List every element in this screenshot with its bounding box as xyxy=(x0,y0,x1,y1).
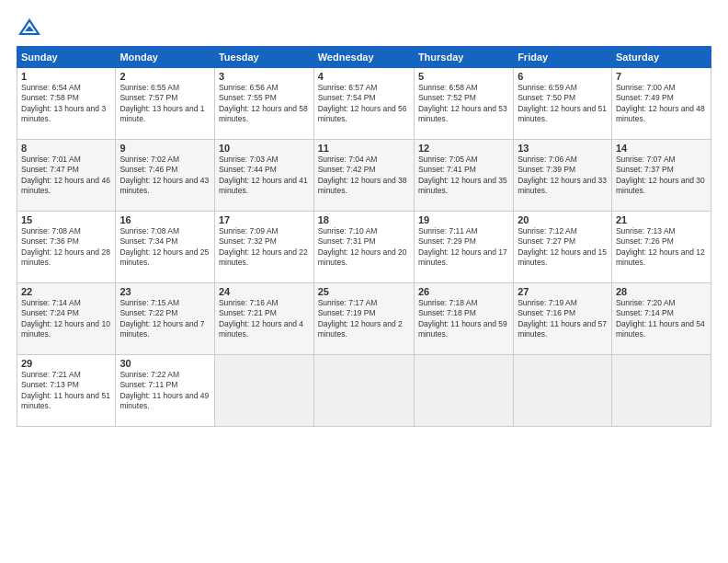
day-number: 21 xyxy=(616,214,707,225)
day-number: 2 xyxy=(119,71,210,82)
calendar-week-row: 8Sunrise: 7:01 AMSunset: 7:47 PMDaylight… xyxy=(17,140,711,212)
calendar-cell: 7Sunrise: 7:00 AMSunset: 7:49 PMDaylight… xyxy=(611,68,711,140)
calendar-header-row: SundayMondayTuesdayWednesdayThursdayFrid… xyxy=(17,47,711,68)
calendar-cell: 10Sunrise: 7:03 AMSunset: 7:44 PMDayligh… xyxy=(214,140,313,212)
col-header-monday: Monday xyxy=(116,47,215,68)
calendar-cell xyxy=(313,355,414,427)
day-info: Sunrise: 7:19 AMSunset: 7:16 PMDaylight:… xyxy=(518,298,608,340)
calendar-cell: 5Sunrise: 6:58 AMSunset: 7:52 PMDaylight… xyxy=(414,68,513,140)
calendar-cell: 28Sunrise: 7:20 AMSunset: 7:14 PMDayligh… xyxy=(611,283,711,355)
calendar-cell: 26Sunrise: 7:18 AMSunset: 7:18 PMDayligh… xyxy=(414,283,513,355)
day-number: 16 xyxy=(119,214,210,225)
day-number: 5 xyxy=(418,71,509,82)
day-info: Sunrise: 7:13 AMSunset: 7:26 PMDaylight:… xyxy=(616,226,707,269)
day-number: 9 xyxy=(119,143,210,154)
calendar-cell: 25Sunrise: 7:17 AMSunset: 7:19 PMDayligh… xyxy=(313,283,414,355)
day-number: 6 xyxy=(518,71,608,82)
calendar-cell: 8Sunrise: 7:01 AMSunset: 7:47 PMDaylight… xyxy=(17,140,116,212)
day-number: 12 xyxy=(418,143,509,154)
day-number: 22 xyxy=(21,286,111,297)
calendar-week-row: 22Sunrise: 7:14 AMSunset: 7:24 PMDayligh… xyxy=(17,283,711,355)
calendar-cell: 19Sunrise: 7:11 AMSunset: 7:29 PMDayligh… xyxy=(414,212,513,283)
calendar-cell: 21Sunrise: 7:13 AMSunset: 7:26 PMDayligh… xyxy=(611,212,711,283)
day-info: Sunrise: 7:21 AMSunset: 7:13 PMDaylight:… xyxy=(21,370,111,412)
day-info: Sunrise: 7:16 AMSunset: 7:21 PMDaylight:… xyxy=(219,298,310,340)
day-info: Sunrise: 7:11 AMSunset: 7:29 PMDaylight:… xyxy=(418,226,509,269)
col-header-thursday: Thursday xyxy=(414,47,513,68)
day-number: 26 xyxy=(418,286,509,297)
calendar-cell: 18Sunrise: 7:10 AMSunset: 7:31 PMDayligh… xyxy=(313,212,414,283)
day-info: Sunrise: 6:55 AMSunset: 7:57 PMDaylight:… xyxy=(119,83,210,125)
day-info: Sunrise: 7:12 AMSunset: 7:27 PMDaylight:… xyxy=(518,226,608,269)
calendar-cell: 20Sunrise: 7:12 AMSunset: 7:27 PMDayligh… xyxy=(514,212,612,283)
calendar-cell: 3Sunrise: 6:56 AMSunset: 7:55 PMDaylight… xyxy=(214,68,313,140)
day-info: Sunrise: 7:06 AMSunset: 7:39 PMDaylight:… xyxy=(518,155,608,197)
day-info: Sunrise: 7:17 AMSunset: 7:19 PMDaylight:… xyxy=(318,298,410,340)
calendar-cell: 4Sunrise: 6:57 AMSunset: 7:54 PMDaylight… xyxy=(313,68,414,140)
day-info: Sunrise: 6:57 AMSunset: 7:54 PMDaylight:… xyxy=(318,83,410,125)
col-header-sunday: Sunday xyxy=(17,47,116,68)
calendar-cell: 27Sunrise: 7:19 AMSunset: 7:16 PMDayligh… xyxy=(514,283,612,355)
calendar-cell xyxy=(514,355,612,427)
day-number: 8 xyxy=(21,143,111,154)
day-info: Sunrise: 7:00 AMSunset: 7:49 PMDaylight:… xyxy=(616,83,707,125)
logo xyxy=(17,17,46,37)
col-header-tuesday: Tuesday xyxy=(214,47,313,68)
calendar-cell: 1Sunrise: 6:54 AMSunset: 7:58 PMDaylight… xyxy=(17,68,116,140)
calendar-cell: 11Sunrise: 7:04 AMSunset: 7:42 PMDayligh… xyxy=(313,140,414,212)
col-header-wednesday: Wednesday xyxy=(313,47,414,68)
calendar-cell xyxy=(611,355,711,427)
calendar-cell: 30Sunrise: 7:22 AMSunset: 7:11 PMDayligh… xyxy=(116,355,215,427)
day-number: 24 xyxy=(219,286,310,297)
day-number: 25 xyxy=(318,286,410,297)
calendar-cell: 23Sunrise: 7:15 AMSunset: 7:22 PMDayligh… xyxy=(116,283,215,355)
day-number: 30 xyxy=(119,358,210,369)
col-header-friday: Friday xyxy=(514,47,612,68)
day-number: 7 xyxy=(616,71,707,82)
day-info: Sunrise: 7:10 AMSunset: 7:31 PMDaylight:… xyxy=(318,226,410,269)
day-info: Sunrise: 7:07 AMSunset: 7:37 PMDaylight:… xyxy=(616,155,707,197)
day-info: Sunrise: 7:05 AMSunset: 7:41 PMDaylight:… xyxy=(418,155,509,197)
calendar-cell: 12Sunrise: 7:05 AMSunset: 7:41 PMDayligh… xyxy=(414,140,513,212)
day-number: 19 xyxy=(418,214,509,225)
day-info: Sunrise: 7:03 AMSunset: 7:44 PMDaylight:… xyxy=(219,155,310,197)
day-info: Sunrise: 7:14 AMSunset: 7:24 PMDaylight:… xyxy=(21,298,111,340)
day-number: 3 xyxy=(219,71,310,82)
day-number: 27 xyxy=(518,286,608,297)
day-info: Sunrise: 7:04 AMSunset: 7:42 PMDaylight:… xyxy=(318,155,410,197)
day-info: Sunrise: 7:02 AMSunset: 7:46 PMDaylight:… xyxy=(119,155,210,197)
day-info: Sunrise: 7:09 AMSunset: 7:32 PMDaylight:… xyxy=(219,226,310,269)
day-number: 28 xyxy=(616,286,707,297)
day-info: Sunrise: 6:56 AMSunset: 7:55 PMDaylight:… xyxy=(219,83,310,125)
calendar-cell: 13Sunrise: 7:06 AMSunset: 7:39 PMDayligh… xyxy=(514,140,612,212)
calendar-cell: 6Sunrise: 6:59 AMSunset: 7:50 PMDaylight… xyxy=(514,68,612,140)
calendar-cell: 29Sunrise: 7:21 AMSunset: 7:13 PMDayligh… xyxy=(17,355,116,427)
day-info: Sunrise: 7:22 AMSunset: 7:11 PMDaylight:… xyxy=(119,370,210,412)
day-info: Sunrise: 7:20 AMSunset: 7:14 PMDaylight:… xyxy=(616,298,707,340)
day-number: 15 xyxy=(21,214,111,225)
day-number: 29 xyxy=(21,358,111,369)
calendar-cell: 16Sunrise: 7:08 AMSunset: 7:34 PMDayligh… xyxy=(116,212,215,283)
day-number: 13 xyxy=(518,143,608,154)
day-info: Sunrise: 7:08 AMSunset: 7:34 PMDaylight:… xyxy=(119,226,210,269)
day-info: Sunrise: 6:59 AMSunset: 7:50 PMDaylight:… xyxy=(518,83,608,125)
day-info: Sunrise: 7:08 AMSunset: 7:36 PMDaylight:… xyxy=(21,226,111,269)
calendar-week-row: 15Sunrise: 7:08 AMSunset: 7:36 PMDayligh… xyxy=(17,212,711,283)
calendar-cell: 24Sunrise: 7:16 AMSunset: 7:21 PMDayligh… xyxy=(214,283,313,355)
header xyxy=(17,17,711,37)
calendar-cell: 14Sunrise: 7:07 AMSunset: 7:37 PMDayligh… xyxy=(611,140,711,212)
day-number: 23 xyxy=(119,286,210,297)
calendar-cell: 9Sunrise: 7:02 AMSunset: 7:46 PMDaylight… xyxy=(116,140,215,212)
calendar-cell: 2Sunrise: 6:55 AMSunset: 7:57 PMDaylight… xyxy=(116,68,215,140)
day-number: 14 xyxy=(616,143,707,154)
day-info: Sunrise: 6:58 AMSunset: 7:52 PMDaylight:… xyxy=(418,83,509,125)
day-info: Sunrise: 7:15 AMSunset: 7:22 PMDaylight:… xyxy=(119,298,210,340)
calendar-cell: 17Sunrise: 7:09 AMSunset: 7:32 PMDayligh… xyxy=(214,212,313,283)
col-header-saturday: Saturday xyxy=(611,47,711,68)
calendar-week-row: 29Sunrise: 7:21 AMSunset: 7:13 PMDayligh… xyxy=(17,355,711,427)
calendar-cell xyxy=(414,355,513,427)
calendar-week-row: 1Sunrise: 6:54 AMSunset: 7:58 PMDaylight… xyxy=(17,68,711,140)
calendar-cell: 22Sunrise: 7:14 AMSunset: 7:24 PMDayligh… xyxy=(17,283,116,355)
calendar-cell xyxy=(214,355,313,427)
logo-icon xyxy=(17,17,42,37)
